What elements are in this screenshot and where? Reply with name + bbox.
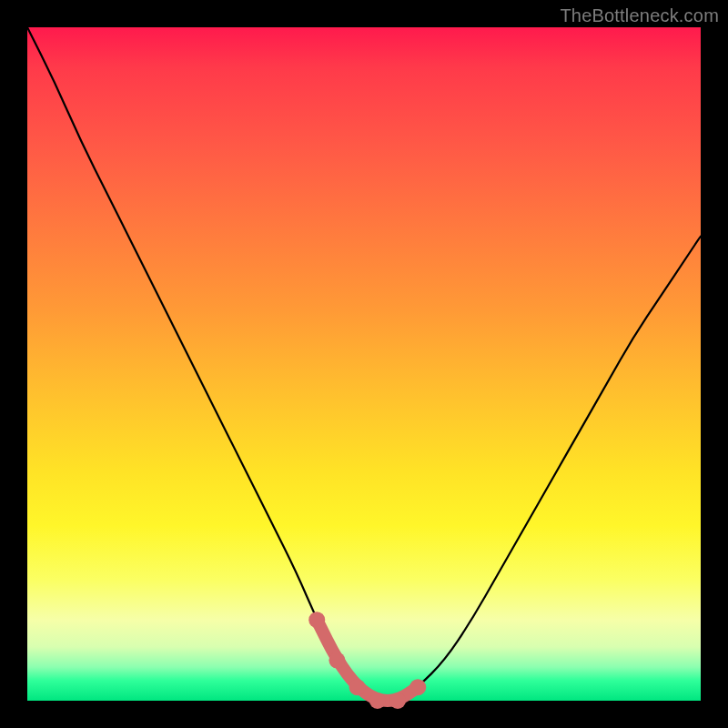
bottleneck-curve-path [27,27,701,701]
watermark-text: TheBottleneck.com [560,5,719,26]
accent-marker [389,693,406,709]
accent-marker [369,693,386,709]
accent-marker [410,679,426,695]
chart-frame: TheBottleneck.com [0,0,728,728]
accent-marker [349,679,366,695]
accent-marker [329,652,345,669]
chart-overlay [27,27,701,701]
accent-marker [308,612,325,628]
plot-area [27,27,701,701]
